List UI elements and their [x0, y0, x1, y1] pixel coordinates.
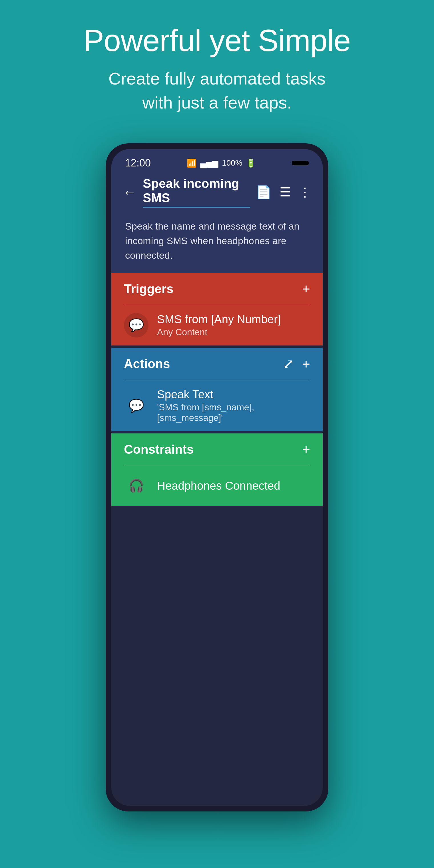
headphones-icon: 🎧 [128, 478, 144, 493]
constraints-section: Constraints + 🎧 Headphones Connected [111, 433, 323, 506]
constraints-label: Constraints [124, 442, 194, 457]
app-bar: ← Speak incoming SMS 📄 ☰ ⋮ [111, 172, 323, 213]
triggers-label: Triggers [124, 282, 174, 296]
more-icon[interactable]: ⋮ [299, 185, 311, 199]
actions-expand-button[interactable]: ⤢ [283, 356, 294, 372]
triggers-section: Triggers + 💬 SMS from [Any Number] Any C… [111, 273, 323, 345]
actions-header: Actions ⤢ + [111, 348, 323, 380]
actions-add-button[interactable]: + [302, 356, 310, 372]
status-time: 12:00 [125, 157, 151, 169]
wifi-icon: 📶 [187, 158, 197, 168]
hero-title: Powerful yet Simple [83, 23, 350, 58]
action-item-title: Speak Text [157, 388, 310, 401]
constraints-add-button[interactable]: + [302, 441, 310, 457]
constraints-header-icons: + [302, 441, 310, 457]
actions-section: Actions ⤢ + 💬 Speak Text 'SMS from [sms_… [111, 348, 323, 431]
speak-text-icon: 💬 [128, 398, 144, 413]
trigger-item-text: SMS from [Any Number] Any Content [157, 313, 281, 338]
constraint-item-text: Headphones Connected [157, 479, 280, 492]
bottom-area [111, 506, 323, 806]
battery-icon: 🔋 [246, 158, 256, 168]
back-button[interactable]: ← [123, 185, 137, 199]
constraints-header: Constraints + [111, 433, 323, 465]
app-bar-title: Speak incoming SMS [143, 177, 250, 208]
triggers-header: Triggers + [111, 273, 323, 305]
triggers-add-button[interactable]: + [302, 281, 310, 297]
phone-frame: 12:00 📶 ▄▅▆ 100% 🔋 ← Speak incoming SMS … [106, 143, 328, 811]
dynamic-island [292, 161, 309, 165]
status-bar: 12:00 📶 ▄▅▆ 100% 🔋 [111, 149, 323, 172]
actions-label: Actions [124, 356, 170, 371]
action-item-subtitle: 'SMS from [sms_name], [sms_message]' [157, 402, 310, 423]
list-icon[interactable]: ☰ [280, 185, 291, 199]
status-icons: 📶 ▄▅▆ 100% 🔋 [187, 158, 255, 168]
constraint-item-title: Headphones Connected [157, 479, 280, 492]
hero-subtitle: Create fully automated taskswith just a … [108, 67, 326, 115]
task-description: Speak the name and message text of an in… [111, 213, 323, 273]
trigger-item-subtitle: Any Content [157, 327, 281, 338]
trigger-item-icon-bg: 💬 [124, 313, 149, 338]
action-item-icon-bg: 💬 [124, 394, 149, 418]
constraint-item-icon-bg: 🎧 [124, 473, 149, 498]
actions-header-icons: ⤢ + [283, 356, 310, 372]
action-item[interactable]: 💬 Speak Text 'SMS from [sms_name], [sms_… [111, 380, 323, 431]
hero-section: Powerful yet Simple Create fully automat… [0, 0, 434, 132]
triggers-header-icons: + [302, 281, 310, 297]
phone-screen: 12:00 📶 ▄▅▆ 100% 🔋 ← Speak incoming SMS … [111, 149, 323, 806]
scroll-content: Triggers + 💬 SMS from [Any Number] Any C… [111, 273, 323, 806]
trigger-item[interactable]: 💬 SMS from [Any Number] Any Content [111, 305, 323, 345]
sms-trigger-icon: 💬 [128, 318, 144, 333]
constraint-item[interactable]: 🎧 Headphones Connected [111, 465, 323, 506]
document-icon[interactable]: 📄 [256, 185, 272, 199]
app-bar-icons: 📄 ☰ ⋮ [256, 185, 311, 199]
battery-percent: 100% [222, 158, 242, 167]
action-item-text: Speak Text 'SMS from [sms_name], [sms_me… [157, 388, 310, 423]
signal-icon: ▄▅▆ [200, 158, 218, 168]
trigger-item-title: SMS from [Any Number] [157, 313, 281, 326]
